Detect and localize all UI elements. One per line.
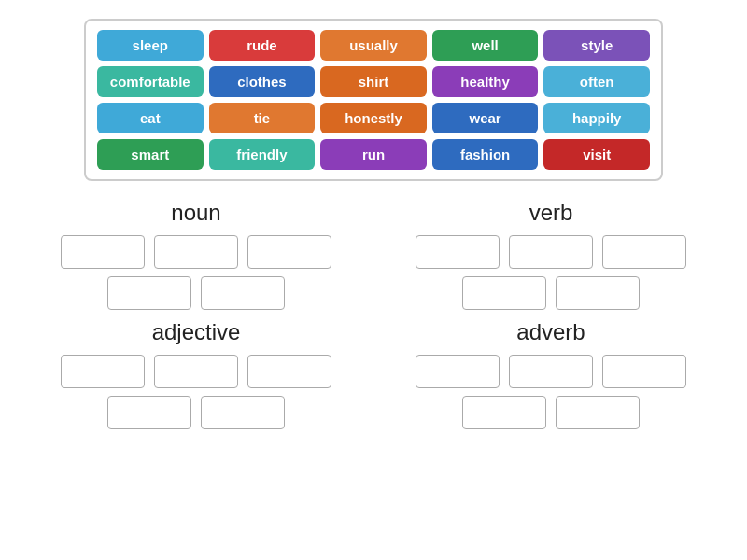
word-tile-fashion[interactable]: fashion — [432, 139, 539, 170]
word-tile-comfortable[interactable]: comfortable — [97, 66, 204, 97]
word-bank: sleeprudeusuallywellstylecomfortableclot… — [84, 19, 663, 181]
categories-container: noun verb — [37, 200, 710, 429]
word-tile-tie[interactable]: tie — [209, 103, 316, 133]
adverb-slot-5[interactable] — [556, 396, 640, 429]
word-tile-eat[interactable]: eat — [97, 103, 204, 133]
verb-title: verb — [529, 200, 573, 226]
noun-slot-4[interactable] — [107, 276, 191, 310]
adverb-slot-4[interactable] — [462, 396, 546, 429]
adverb-slots — [392, 355, 710, 429]
adjective-slot-2[interactable] — [154, 355, 238, 388]
noun-slot-2[interactable] — [154, 235, 238, 269]
verb-slot-row-1 — [416, 235, 686, 269]
adjective-slot-5[interactable] — [201, 396, 285, 429]
word-tile-visit[interactable]: visit — [543, 139, 650, 170]
word-tile-style[interactable]: style — [543, 30, 650, 61]
noun-slot-row-2 — [107, 276, 285, 310]
noun-slots — [37, 235, 355, 310]
verb-slot-row-2 — [462, 276, 640, 310]
word-tile-shirt[interactable]: shirt — [320, 66, 427, 97]
noun-category: noun — [37, 200, 355, 310]
adjective-slot-row-1 — [61, 355, 331, 388]
noun-title: noun — [171, 200, 220, 226]
adverb-title: adverb — [516, 319, 585, 345]
noun-slot-5[interactable] — [201, 276, 285, 310]
verb-slot-2[interactable] — [509, 235, 593, 269]
noun-slot-3[interactable] — [247, 235, 331, 269]
word-tile-honestly[interactable]: honestly — [320, 103, 427, 133]
word-tile-well[interactable]: well — [432, 30, 539, 61]
noun-slot-1[interactable] — [61, 235, 145, 269]
verb-slot-1[interactable] — [416, 235, 500, 269]
word-tile-usually[interactable]: usually — [320, 30, 427, 61]
verb-category: verb — [392, 200, 710, 310]
adjective-slot-row-2 — [107, 396, 285, 429]
word-tile-clothes[interactable]: clothes — [209, 66, 316, 97]
adverb-slot-1[interactable] — [416, 355, 500, 388]
adverb-slot-3[interactable] — [602, 355, 686, 388]
adverb-category: adverb — [392, 319, 710, 429]
adjective-category: adjective — [37, 319, 355, 429]
adjective-slot-3[interactable] — [247, 355, 331, 388]
verb-slot-3[interactable] — [602, 235, 686, 269]
word-tile-wear[interactable]: wear — [432, 103, 539, 133]
word-tile-healthy[interactable]: healthy — [432, 66, 539, 97]
adverb-slot-row-1 — [416, 355, 686, 388]
word-tile-run[interactable]: run — [320, 139, 427, 170]
word-tile-often[interactable]: often — [543, 66, 650, 97]
adjective-slot-1[interactable] — [61, 355, 145, 388]
word-tile-happily[interactable]: happily — [543, 103, 650, 133]
verb-slot-4[interactable] — [462, 276, 546, 310]
adverb-slot-row-2 — [462, 396, 640, 429]
adjective-slot-4[interactable] — [107, 396, 191, 429]
verb-slot-5[interactable] — [556, 276, 640, 310]
word-tile-sleep[interactable]: sleep — [97, 30, 204, 61]
adjective-slots — [37, 355, 355, 429]
word-tile-rude[interactable]: rude — [209, 30, 316, 61]
adverb-slot-2[interactable] — [509, 355, 593, 388]
noun-slot-row-1 — [61, 235, 331, 269]
word-tile-smart[interactable]: smart — [97, 139, 204, 170]
adjective-title: adjective — [152, 319, 241, 345]
word-tile-friendly[interactable]: friendly — [209, 139, 316, 170]
verb-slots — [392, 235, 710, 310]
